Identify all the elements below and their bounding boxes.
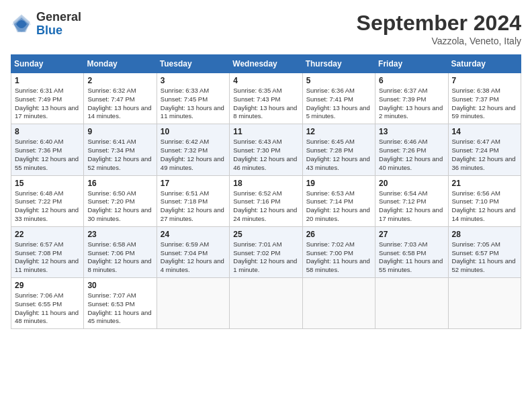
title-block: September 2024 Vazzola, Veneto, Italy bbox=[357, 11, 521, 46]
day-info: Sunrise: 7:02 AMSunset: 7:00 PMDaylight:… bbox=[306, 240, 371, 275]
day-info: Sunrise: 7:03 AMSunset: 6:58 PMDaylight:… bbox=[379, 240, 444, 275]
day-number: 2 bbox=[87, 76, 152, 85]
day-info: Sunrise: 6:41 AMSunset: 7:34 PMDaylight:… bbox=[87, 138, 152, 172]
day-number: 15 bbox=[15, 179, 80, 188]
day-number: 1 bbox=[15, 76, 80, 85]
day-info: Sunrise: 6:51 AMSunset: 7:18 PMDaylight:… bbox=[161, 189, 226, 224]
day-info: Sunrise: 6:48 AMSunset: 7:22 PMDaylight:… bbox=[15, 189, 80, 224]
calendar-day-30: 30Sunrise: 7:07 AMSunset: 6:53 PMDayligh… bbox=[84, 278, 157, 329]
calendar-day-13: 13Sunrise: 6:46 AMSunset: 7:26 PMDayligh… bbox=[375, 124, 448, 175]
day-info: Sunrise: 6:45 AMSunset: 7:28 PMDaylight:… bbox=[306, 138, 371, 172]
day-number: 20 bbox=[379, 179, 444, 188]
day-number: 8 bbox=[15, 127, 80, 136]
day-info: Sunrise: 6:42 AMSunset: 7:32 PMDaylight:… bbox=[161, 138, 226, 172]
day-info: Sunrise: 6:35 AMSunset: 7:43 PMDaylight:… bbox=[233, 87, 298, 121]
col-header-friday: Friday bbox=[375, 55, 448, 73]
col-header-tuesday: Tuesday bbox=[157, 55, 229, 73]
calendar-day-3: 3Sunrise: 6:33 AMSunset: 7:45 PMDaylight… bbox=[157, 73, 229, 124]
col-header-saturday: Saturday bbox=[448, 55, 521, 73]
empty-cell bbox=[375, 278, 448, 329]
empty-cell bbox=[157, 278, 229, 329]
calendar-day-5: 5Sunrise: 6:36 AMSunset: 7:41 PMDaylight… bbox=[302, 73, 375, 124]
day-info: Sunrise: 6:43 AMSunset: 7:30 PMDaylight:… bbox=[233, 138, 298, 172]
calendar-day-4: 4Sunrise: 6:35 AMSunset: 7:43 PMDaylight… bbox=[230, 73, 302, 124]
calendar-day-1: 1Sunrise: 6:31 AMSunset: 7:49 PMDaylight… bbox=[11, 73, 84, 124]
calendar-day-10: 10Sunrise: 6:42 AMSunset: 7:32 PMDayligh… bbox=[157, 124, 229, 175]
calendar-day-12: 12Sunrise: 6:45 AMSunset: 7:28 PMDayligh… bbox=[302, 124, 375, 175]
day-info: Sunrise: 6:38 AMSunset: 7:37 PMDaylight:… bbox=[452, 87, 517, 121]
day-info: Sunrise: 6:59 AMSunset: 7:04 PMDaylight:… bbox=[161, 240, 226, 275]
day-number: 4 bbox=[233, 76, 298, 85]
day-info: Sunrise: 7:01 AMSunset: 7:02 PMDaylight:… bbox=[233, 240, 298, 275]
day-info: Sunrise: 7:05 AMSunset: 6:57 PMDaylight:… bbox=[452, 240, 517, 275]
col-header-monday: Monday bbox=[84, 55, 157, 73]
day-number: 17 bbox=[161, 179, 226, 188]
calendar-day-2: 2Sunrise: 6:32 AMSunset: 7:47 PMDaylight… bbox=[84, 73, 157, 124]
day-info: Sunrise: 6:37 AMSunset: 7:39 PMDaylight:… bbox=[379, 87, 444, 121]
day-info: Sunrise: 7:07 AMSunset: 6:53 PMDaylight:… bbox=[87, 291, 152, 326]
day-info: Sunrise: 6:52 AMSunset: 7:16 PMDaylight:… bbox=[233, 189, 298, 224]
day-number: 29 bbox=[15, 281, 80, 290]
col-header-wednesday: Wednesday bbox=[230, 55, 302, 73]
day-number: 14 bbox=[452, 127, 517, 136]
day-info: Sunrise: 6:36 AMSunset: 7:41 PMDaylight:… bbox=[306, 87, 371, 121]
calendar-day-8: 8Sunrise: 6:40 AMSunset: 7:36 PMDaylight… bbox=[11, 124, 84, 175]
day-number: 24 bbox=[161, 230, 226, 239]
col-header-thursday: Thursday bbox=[302, 55, 375, 73]
day-info: Sunrise: 6:57 AMSunset: 7:08 PMDaylight:… bbox=[15, 240, 80, 275]
calendar-week-1: 1Sunrise: 6:31 AMSunset: 7:49 PMDaylight… bbox=[11, 73, 521, 124]
calendar-day-27: 27Sunrise: 7:03 AMSunset: 6:58 PMDayligh… bbox=[375, 226, 448, 277]
month-title: September 2024 bbox=[357, 11, 521, 36]
day-number: 3 bbox=[161, 76, 226, 85]
day-info: Sunrise: 7:06 AMSunset: 6:55 PMDaylight:… bbox=[15, 291, 80, 326]
day-number: 27 bbox=[379, 230, 444, 239]
day-number: 5 bbox=[306, 76, 371, 85]
calendar-week-4: 22Sunrise: 6:57 AMSunset: 7:08 PMDayligh… bbox=[11, 226, 521, 277]
day-info: Sunrise: 6:33 AMSunset: 7:45 PMDaylight:… bbox=[161, 87, 226, 121]
calendar-week-3: 15Sunrise: 6:48 AMSunset: 7:22 PMDayligh… bbox=[11, 175, 521, 226]
calendar-day-14: 14Sunrise: 6:47 AMSunset: 7:24 PMDayligh… bbox=[448, 124, 521, 175]
day-number: 10 bbox=[161, 127, 226, 136]
day-number: 30 bbox=[87, 281, 152, 290]
calendar-day-24: 24Sunrise: 6:59 AMSunset: 7:04 PMDayligh… bbox=[157, 226, 229, 277]
calendar-day-19: 19Sunrise: 6:53 AMSunset: 7:14 PMDayligh… bbox=[302, 175, 375, 226]
empty-cell bbox=[302, 278, 375, 329]
calendar-day-29: 29Sunrise: 7:06 AMSunset: 6:55 PMDayligh… bbox=[11, 278, 84, 329]
header: General Blue September 2024 Vazzola, Ven… bbox=[11, 11, 521, 46]
day-number: 11 bbox=[233, 127, 298, 136]
calendar-header-row: SundayMondayTuesdayWednesdayThursdayFrid… bbox=[11, 55, 521, 73]
location: Vazzola, Veneto, Italy bbox=[357, 36, 521, 46]
day-number: 13 bbox=[379, 127, 444, 136]
calendar-day-22: 22Sunrise: 6:57 AMSunset: 7:08 PMDayligh… bbox=[11, 226, 84, 277]
calendar-day-20: 20Sunrise: 6:54 AMSunset: 7:12 PMDayligh… bbox=[375, 175, 448, 226]
day-info: Sunrise: 6:31 AMSunset: 7:49 PMDaylight:… bbox=[15, 87, 80, 121]
empty-cell bbox=[230, 278, 302, 329]
day-number: 6 bbox=[379, 76, 444, 85]
calendar-day-23: 23Sunrise: 6:58 AMSunset: 7:06 PMDayligh… bbox=[84, 226, 157, 277]
day-number: 26 bbox=[306, 230, 371, 239]
day-number: 25 bbox=[233, 230, 298, 239]
day-number: 22 bbox=[15, 230, 80, 239]
day-number: 12 bbox=[306, 127, 371, 136]
calendar-day-26: 26Sunrise: 7:02 AMSunset: 7:00 PMDayligh… bbox=[302, 226, 375, 277]
calendar-day-9: 9Sunrise: 6:41 AMSunset: 7:34 PMDaylight… bbox=[84, 124, 157, 175]
day-number: 19 bbox=[306, 179, 371, 188]
logo: General Blue bbox=[11, 11, 81, 38]
day-number: 21 bbox=[452, 179, 517, 188]
day-info: Sunrise: 6:47 AMSunset: 7:24 PMDaylight:… bbox=[452, 138, 517, 172]
calendar-week-5: 29Sunrise: 7:06 AMSunset: 6:55 PMDayligh… bbox=[11, 278, 521, 329]
calendar-day-11: 11Sunrise: 6:43 AMSunset: 7:30 PMDayligh… bbox=[230, 124, 302, 175]
calendar-day-7: 7Sunrise: 6:38 AMSunset: 7:37 PMDaylight… bbox=[448, 73, 521, 124]
logo-blue: Blue bbox=[36, 24, 81, 38]
logo-text: General Blue bbox=[36, 11, 81, 38]
logo-icon bbox=[11, 13, 32, 35]
calendar-day-6: 6Sunrise: 6:37 AMSunset: 7:39 PMDaylight… bbox=[375, 73, 448, 124]
day-number: 9 bbox=[87, 127, 152, 136]
day-info: Sunrise: 6:40 AMSunset: 7:36 PMDaylight:… bbox=[15, 138, 80, 172]
logo-general: General bbox=[36, 11, 81, 24]
calendar-week-2: 8Sunrise: 6:40 AMSunset: 7:36 PMDaylight… bbox=[11, 124, 521, 175]
calendar-day-17: 17Sunrise: 6:51 AMSunset: 7:18 PMDayligh… bbox=[157, 175, 229, 226]
empty-cell bbox=[448, 278, 521, 329]
day-number: 18 bbox=[233, 179, 298, 188]
calendar-day-28: 28Sunrise: 7:05 AMSunset: 6:57 PMDayligh… bbox=[448, 226, 521, 277]
